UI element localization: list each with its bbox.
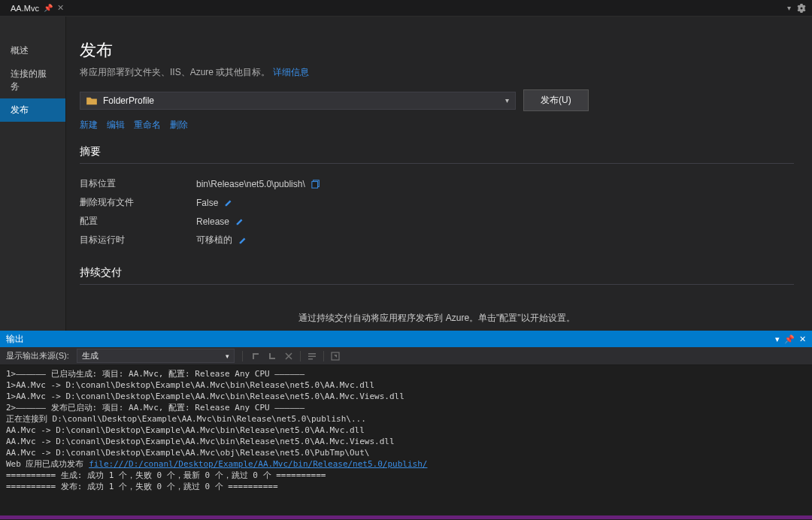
output-panel: 输出 ▾ 📌 ✕ 显示输出来源(S): 生成 ▾ 1>—————— 已启动生成:… [0,331,812,515]
summary-table: 目标位置 bin\Release\net5.0\publish\ 删除现有文件 … [80,174,794,249]
copy-icon[interactable] [311,180,320,189]
profile-row: FolderProfile ▾ 发布(U) [80,89,794,111]
profile-name: FolderProfile [103,95,154,106]
clear-icon[interactable] [283,351,294,361]
summary-title: 摘要 [80,145,794,164]
summary-label: 删除现有文件 [80,196,196,209]
sidebar-item-publish[interactable]: 发布 [0,98,65,122]
edit-link[interactable]: 编辑 [107,119,125,132]
output-text-post: ========== 生成: 成功 1 个，失败 0 个，最新 0 个，跳过 0… [6,470,326,491]
profile-dropdown[interactable]: FolderProfile ▾ [80,92,516,110]
pencil-icon[interactable] [238,236,247,245]
publish-heading: 发布 [80,39,794,62]
more-info-link[interactable]: 详细信息 [273,67,309,77]
summary-value: bin\Release\net5.0\publish\ [196,179,305,189]
tab-bar-right: ▾ [787,4,812,13]
output-source-label: 显示输出来源(S): [6,350,69,361]
external-icon[interactable] [330,351,341,361]
output-body[interactable]: 1>—————— 已启动生成: 项目: AA.Mvc, 配置: Release … [0,365,812,515]
folder-icon [86,96,97,105]
svg-rect-1 [312,181,318,188]
sidebar-item-connected-services[interactable]: 连接的服务 [0,62,65,98]
chevron-down-icon: ▾ [226,352,229,360]
summary-value: Release [196,216,229,227]
publish-button[interactable]: 发布(U) [523,89,589,111]
document-tab-bar: AA.Mvc 📌 ✕ ▾ [0,0,812,17]
publish-main: 概述 连接的服务 发布 发布 将应用部署到文件夹、IIS、Azure 或其他目标… [0,17,812,331]
separator [242,351,243,361]
pencil-icon[interactable] [224,198,233,207]
tab-title: AA.Mvc [11,4,39,13]
summary-row-config: 配置 Release [80,212,794,231]
pin-icon[interactable]: 📌 [44,4,53,12]
output-source-value: 生成 [82,350,98,361]
profile-actions: 新建 编辑 重命名 删除 [80,119,794,132]
goto-prev-icon[interactable] [250,351,261,361]
separator [300,351,301,361]
output-source-select[interactable]: 生成 ▾ [77,349,235,363]
publish-description: 将应用部署到文件夹、IIS、Azure 或其他目标。 详细信息 [80,66,794,79]
output-toolbar: 显示输出来源(S): 生成 ▾ [0,347,812,365]
summary-value: 可移植的 [196,234,232,246]
summary-label: 目标位置 [80,177,196,190]
publish-content: 发布 将应用部署到文件夹、IIS、Azure 或其他目标。 详细信息 Folde… [66,17,812,331]
publish-sidebar: 概述 连接的服务 发布 [0,17,66,331]
continuous-delivery-section: 持续交付 通过持续交付自动将应用程序发布到 Azure。单击"配置"以开始设置。… [80,266,794,331]
cd-title: 持续交付 [80,266,794,285]
delete-link[interactable]: 删除 [170,119,188,132]
publish-desc-text: 将应用部署到文件夹、IIS、Azure 或其他目标。 [80,67,270,77]
output-header: 输出 ▾ 📌 ✕ [0,331,812,347]
chevron-down-icon[interactable]: ▾ [787,4,791,12]
sidebar-item-overview[interactable]: 概述 [0,39,65,62]
document-tab[interactable]: AA.Mvc 📌 ✕ [5,3,70,13]
pin-icon[interactable]: 📌 [784,334,795,344]
summary-label: 配置 [80,215,196,228]
output-link[interactable]: file:///D:/conanl/Desktop/Example/AA.Mvc… [89,459,427,469]
dropdown-icon[interactable]: ▾ [775,334,780,344]
new-link[interactable]: 新建 [80,119,98,132]
goto-next-icon[interactable] [267,351,277,361]
output-panel-title: 输出 [6,333,24,346]
gear-icon[interactable] [797,4,806,13]
summary-row-target: 目标位置 bin\Release\net5.0\publish\ [80,174,794,193]
status-bar-edge [0,515,812,519]
summary-row-delete: 删除现有文件 False [80,193,794,212]
wrap-icon[interactable] [307,351,317,361]
summary-row-runtime: 目标运行时 可移植的 [80,231,794,249]
chevron-down-icon: ▾ [505,96,509,104]
output-text-pre: 1>—————— 已启动生成: 项目: AA.Mvc, 配置: Release … [6,369,404,469]
summary-value: False [196,198,218,208]
rename-link[interactable]: 重命名 [134,119,161,132]
separator [323,351,324,361]
cd-text: 通过持续交付自动将应用程序发布到 Azure。单击"配置"以开始设置。 [80,295,794,331]
pencil-icon[interactable] [235,217,244,226]
close-icon[interactable]: ✕ [799,334,806,344]
summary-label: 目标运行时 [80,234,196,246]
close-icon[interactable]: ✕ [57,3,64,13]
